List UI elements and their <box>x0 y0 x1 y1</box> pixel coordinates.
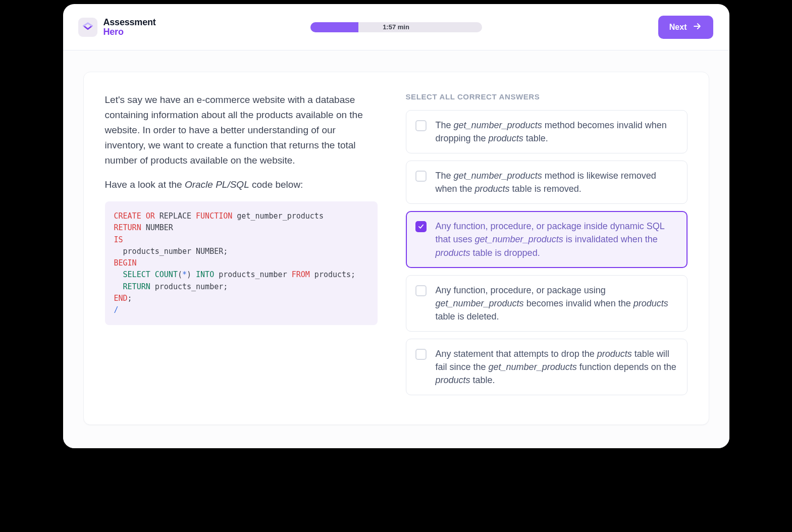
arrow-right-icon <box>692 21 702 33</box>
question-card: Let's say we have an e-commerce website … <box>83 72 709 425</box>
answer-text: The get_number_products method becomes i… <box>436 119 677 145</box>
answer-option[interactable]: The get_number_products method is likewi… <box>406 161 688 204</box>
topbar: Assessment Hero 1:57 min Next <box>63 4 729 50</box>
brand: Assessment Hero <box>78 18 156 37</box>
checkbox-icon <box>415 285 427 296</box>
answers-column: SELECT ALL CORRECT ANSWERS The get_numbe… <box>406 92 688 402</box>
question-paragraph-1: Let's say we have an e-commerce website … <box>105 92 378 168</box>
answer-option[interactable]: The get_number_products method becomes i… <box>406 110 688 153</box>
select-instruction: SELECT ALL CORRECT ANSWERS <box>406 92 688 101</box>
brand-title-line2: Hero <box>103 27 156 37</box>
checkbox-icon <box>415 221 427 232</box>
progress-fill <box>310 22 358 32</box>
brand-title-line1: Assessment <box>103 18 156 27</box>
progress-time-label: 1:57 min <box>383 23 409 31</box>
answer-option[interactable]: Any function, procedure, or package usin… <box>406 275 688 332</box>
checkbox-icon <box>415 120 427 131</box>
next-button[interactable]: Next <box>658 16 713 39</box>
answers-list: The get_number_products method becomes i… <box>406 110 688 395</box>
question-column: Let's say we have an e-commerce website … <box>105 92 378 402</box>
checkbox-icon <box>415 171 427 182</box>
next-button-label: Next <box>669 23 687 32</box>
brand-text: Assessment Hero <box>103 18 156 37</box>
answer-text: Any function, procedure, or package insi… <box>436 220 677 259</box>
checkbox-icon <box>415 349 427 360</box>
question-paragraph-2: Have a look at the Oracle PL/SQL code be… <box>105 177 378 192</box>
question-text: Let's say we have an e-commerce website … <box>105 92 378 192</box>
content-area: Let's say we have an e-commerce website … <box>63 50 729 448</box>
answer-text: Any statement that attempts to drop the … <box>436 347 677 387</box>
brand-logo-icon <box>78 18 97 37</box>
code-block: CREATE OR REPLACE FUNCTION get_number_pr… <box>105 201 378 325</box>
answer-text: Any function, procedure, or package usin… <box>436 284 677 323</box>
answer-option[interactable]: Any function, procedure, or package insi… <box>406 211 688 268</box>
answer-option[interactable]: Any statement that attempts to drop the … <box>406 339 688 395</box>
answer-text: The get_number_products method is likewi… <box>436 169 677 195</box>
progress-bar: 1:57 min <box>310 22 482 32</box>
app-window: Assessment Hero 1:57 min Next Let's say … <box>63 4 729 448</box>
